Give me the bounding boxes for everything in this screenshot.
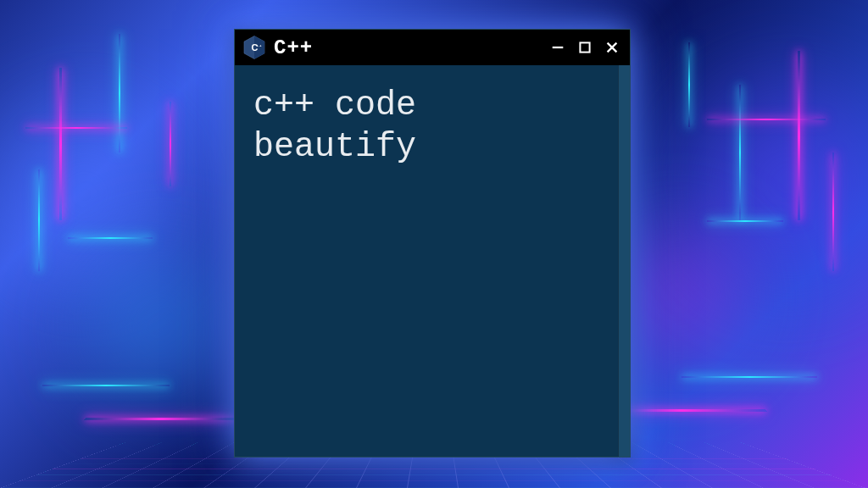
minimize-button[interactable] bbox=[548, 38, 567, 57]
svg-rect-6 bbox=[580, 42, 589, 52]
window-titlebar[interactable]: C + + C++ bbox=[235, 30, 630, 65]
terminal-content: c++ code beautify bbox=[253, 86, 611, 169]
window-controls bbox=[548, 38, 621, 57]
window-title: C++ bbox=[274, 36, 542, 59]
close-button[interactable] bbox=[603, 38, 621, 57]
cpp-hexagon-icon: C + + bbox=[242, 35, 267, 60]
maximize-button[interactable] bbox=[576, 38, 594, 57]
terminal-window: C + + C++ c++ code beautify bbox=[234, 29, 631, 458]
vertical-scrollbar[interactable] bbox=[618, 65, 630, 457]
terminal-body[interactable]: c++ code beautify bbox=[235, 65, 630, 457]
